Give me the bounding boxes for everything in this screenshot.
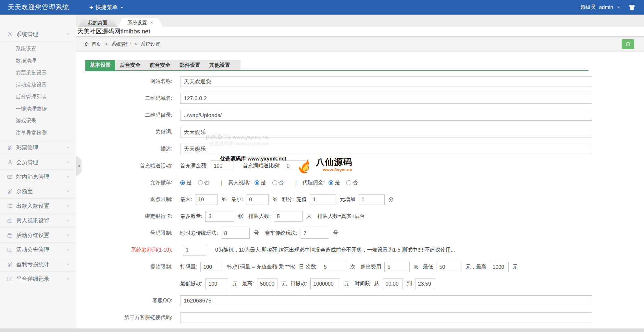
system-profit-input[interactable] — [183, 245, 206, 255]
keywords-body — [180, 127, 592, 137]
home-icon — [84, 42, 89, 47]
settings-tab-邮件设置[interactable]: 邮件设置 — [175, 60, 205, 70]
qrcode-dir-input[interactable] — [180, 110, 592, 121]
sidebar-item-彩票管理[interactable]: 彩票管理 — [0, 140, 76, 155]
sidebar-item-会员管理[interactable]: 会员管理 — [0, 155, 76, 169]
breadcrumb-item-系统设置[interactable]: 系统设置 — [141, 41, 160, 47]
sidebar-item-平台详细记录[interactable]: 平台详细记录 — [0, 272, 76, 286]
withdraw-limit-label: 提款限制: — [85, 264, 180, 270]
sidebar-subitem-彩票采集设置[interactable]: 彩票采集设置 — [0, 67, 76, 79]
radio-unchecked-icon[interactable] — [346, 180, 351, 185]
user-menu[interactable]: 超级员 admin — [580, 4, 621, 11]
first-charge-amount-input[interactable] — [211, 160, 233, 171]
sidebar-subitem-活动发放设置[interactable]: 活动发放设置 — [0, 79, 76, 91]
field-text: 从 — [374, 280, 379, 287]
field-text: 元 — [232, 280, 237, 287]
fee-max-input[interactable] — [490, 262, 509, 272]
points-charge-input[interactable] — [310, 194, 336, 205]
radio-unchecked-icon[interactable] — [272, 180, 277, 185]
sidebar-item-活动分红设置[interactable]: 活动分红设置 — [0, 228, 76, 242]
sidebar-subitem-注单异常检测[interactable]: 注单异常检测 — [0, 127, 76, 139]
radio-checked-icon[interactable] — [328, 180, 333, 185]
radio-checked-icon[interactable] — [254, 180, 259, 185]
radio-option-是[interactable]: 是 — [254, 179, 266, 186]
radio-option-否[interactable]: 否 — [346, 179, 358, 186]
radio-option-是[interactable]: 是 — [328, 179, 340, 186]
sidebar-item-站内消息管理[interactable]: 站内消息管理 — [0, 170, 76, 184]
description-input[interactable] — [180, 144, 592, 154]
breadcrumb-item-首页[interactable]: 首页 — [92, 41, 101, 47]
radio-option-否[interactable]: 否 — [272, 179, 284, 186]
keywords-row: 关键词: — [85, 127, 644, 137]
chart-icon — [7, 262, 13, 267]
field-text: 0为随机，10为最大,即控死,控死出现必中情况会造成前台不开奖，一般设置为1-5… — [215, 247, 455, 254]
rebate-max-input[interactable] — [195, 194, 218, 205]
withdraw-limit-row: 提款限制:打码量:%,(打码量 = 充值金额 乘 **%)日-次数:次超出费用%… — [85, 262, 644, 272]
daily-times-input[interactable] — [321, 262, 346, 272]
system-profit-row: 系统彩利润(1-10):0为随机，10为最大,即控死,控死出现必中情况会造成前台… — [85, 245, 644, 255]
window-tab-系统设置[interactable]: 系统设置× — [118, 18, 163, 27]
chevron-down-icon — [66, 204, 70, 208]
sidebar-item-label: 活动分红设置 — [16, 231, 66, 239]
radio-unchecked-icon[interactable] — [198, 180, 203, 185]
quick-menu-button[interactable]: + 快捷菜单 — [89, 4, 124, 11]
first-charge-ratio-input[interactable] — [284, 160, 306, 171]
rebate-min-input[interactable] — [246, 194, 269, 205]
qrcode-domain-input[interactable] — [180, 93, 592, 104]
breadcrumb-item-系统管理[interactable]: 系统管理 — [111, 41, 131, 47]
qrcode-dir-row: 二维码目录: — [85, 110, 644, 121]
number-limit-row: 号码限制:时时彩传统玩法:号赛车传统玩法:号 — [85, 228, 644, 239]
withdraw-min-input[interactable] — [205, 279, 228, 289]
site-name-input[interactable] — [180, 76, 592, 87]
withdraw-max-input[interactable] — [257, 279, 278, 289]
window-tab-我的桌面[interactable]: 我的桌面 — [78, 18, 117, 27]
sidebar-item-系统管理[interactable]: 系统管理 — [0, 27, 76, 41]
theme-tshirt-icon[interactable] — [628, 4, 636, 11]
sidebar-item-余额宝[interactable]: 余额宝 — [0, 184, 76, 198]
sidebar-item-活动公告管理[interactable]: 活动公告管理 — [0, 243, 76, 257]
plus-icon: + — [89, 4, 93, 11]
close-icon[interactable]: × — [150, 20, 153, 25]
sidebar-subitem-游戏记录[interactable]: 游戏记录 — [0, 115, 76, 127]
settings-tab-后台安全[interactable]: 后台安全 — [115, 60, 145, 70]
sidebar: 系统管理系统设置数据清理彩票采集设置活动发放设置后台管理列表一键清理数据游戏记录… — [0, 15, 76, 332]
settings-tab-其他设置[interactable]: 其他设置 — [205, 60, 235, 70]
sidebar-subitem-后台管理列表[interactable]: 后台管理列表 — [0, 91, 76, 103]
radio-checked-icon[interactable] — [180, 180, 185, 185]
third-party-service-input[interactable] — [180, 312, 592, 323]
keywords-input[interactable] — [180, 127, 592, 137]
daily-withdraw-input[interactable] — [310, 279, 340, 289]
ssc-number-input[interactable] — [221, 228, 250, 239]
settings-tab-基本设置[interactable]: 基本设置 — [85, 60, 115, 70]
radio-option-否[interactable]: 否 — [198, 179, 209, 186]
bank-max-input[interactable] — [205, 211, 234, 222]
sidebar-item-真人视讯设置[interactable]: 真人视讯设置 — [0, 213, 76, 228]
refresh-button[interactable] — [622, 39, 634, 49]
turnover-input[interactable] — [200, 262, 223, 272]
sidebar-group: 盈利亏损统计 — [0, 257, 76, 271]
chart-icon — [7, 145, 13, 150]
first-charge-label: 首充赠送活动: — [85, 162, 180, 169]
sidebar-item-出款入款设置[interactable]: 出款入款设置 — [0, 199, 76, 213]
race-number-input[interactable] — [301, 228, 329, 239]
field-text: %,(打码量 = 充值金额 乘 **%) — [227, 264, 295, 270]
field-text: 最大: — [180, 196, 192, 203]
time-from-input[interactable] — [383, 279, 403, 289]
fee-min-input[interactable] — [437, 262, 462, 272]
time-to-input[interactable] — [415, 279, 435, 289]
settings-tab-前台安全[interactable]: 前台安全 — [145, 60, 175, 70]
sidebar-subitem-一键清理数据[interactable]: 一键清理数据 — [0, 103, 76, 115]
site-name-body — [180, 76, 592, 87]
withdraw-limit-2-row: 最低提款:元最高:元日提款:元时间段:从到 — [85, 279, 644, 289]
sidebar-subitem-数据清理[interactable]: 数据清理 — [0, 55, 76, 67]
points-add-input[interactable] — [359, 194, 385, 205]
sidebar-subitem-系统设置[interactable]: 系统设置 — [0, 43, 76, 55]
chevron-down-icon — [616, 5, 621, 9]
service-qq-input[interactable] — [180, 295, 592, 306]
radio-option-是[interactable]: 是 — [180, 179, 192, 186]
user-name: admin — [599, 5, 613, 10]
sidebar-item-盈利亏损统计[interactable]: 盈利亏损统计 — [0, 257, 76, 271]
field-text: 元 — [513, 264, 518, 270]
queue-count-input[interactable] — [274, 211, 303, 222]
excess-fee-input[interactable] — [384, 262, 410, 272]
